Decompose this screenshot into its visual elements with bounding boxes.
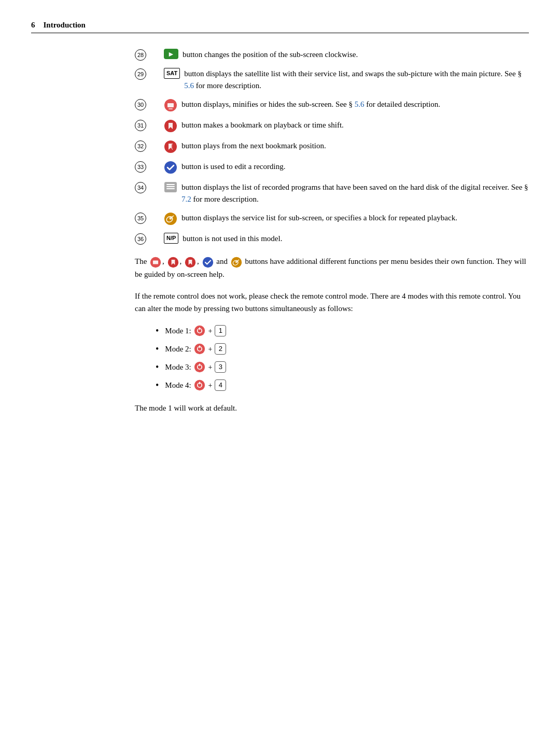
- bookmark-next-icon: [164, 140, 177, 153]
- bullet-dot: •: [156, 360, 159, 374]
- sat-icon: SAT: [164, 68, 180, 79]
- mode-num-2: 2: [215, 343, 226, 355]
- plus-sign-3: +: [208, 362, 212, 373]
- page-header: 6 Introduction: [31, 21, 529, 33]
- list-item: 30 button displays, minifies or hides th…: [135, 98, 529, 112]
- bookmark-icon: [164, 119, 177, 133]
- svg-rect-1: [167, 103, 174, 107]
- link-5-6b[interactable]: 5.6: [355, 100, 365, 108]
- link-5-6[interactable]: 5.6: [184, 81, 194, 90]
- power-icon-mode2: [194, 343, 205, 355]
- svg-point-15: [170, 217, 172, 220]
- bullet-dot: •: [156, 378, 159, 392]
- page-number: 6: [31, 21, 35, 30]
- svg-point-34: [194, 362, 205, 372]
- circled-num: 32: [135, 140, 146, 152]
- circled-num: 33: [135, 161, 146, 173]
- additional-functions-paragraph: The , , , and buttons have additional di…: [135, 255, 529, 280]
- next-icon: ►: [164, 49, 178, 59]
- circled-num: 34: [135, 182, 146, 193]
- plus-sign-1: +: [208, 326, 212, 336]
- inline-edit-icon: [202, 257, 214, 268]
- svg-rect-30: [200, 327, 201, 330]
- item-number-32: 32: [135, 140, 159, 152]
- service-icon: [164, 212, 177, 226]
- next-button-icon: ►: [164, 49, 178, 59]
- item-text-28: button changes the position of the sub-s…: [183, 49, 529, 61]
- mode-num-4: 4: [215, 379, 226, 391]
- item-text-30: button displays, minifies or hides the s…: [181, 98, 529, 110]
- edit-button-icon: [164, 161, 177, 174]
- subscreen-icon: [164, 98, 177, 112]
- list-item: 35 button displays the service list for …: [135, 212, 529, 226]
- item-text-29: button displays the satellite list with …: [184, 68, 529, 91]
- mode-list: • Mode 1: + 1 • Mode 2: + 2 • Mode 3:: [156, 324, 529, 392]
- item-text-36: button is not used in this model.: [183, 233, 529, 245]
- item-text-34: button displays the list of recorded pro…: [181, 181, 529, 205]
- mode-item-3: • Mode 3: + 3: [156, 360, 529, 374]
- inline-service-icon: [231, 257, 242, 268]
- circled-num: 29: [135, 68, 146, 80]
- bullet-dot: •: [156, 324, 159, 338]
- svg-point-26: [235, 261, 237, 263]
- svg-rect-12: [166, 188, 175, 189]
- mode-num-1: 1: [215, 325, 226, 336]
- inline-subscreen-icon: [150, 257, 161, 268]
- bullet-dot: •: [156, 342, 159, 356]
- item-number-35: 35: [135, 213, 159, 224]
- svg-rect-2: [169, 108, 173, 109]
- edit-icon: [164, 161, 177, 174]
- power-icon-mode1: [194, 325, 205, 336]
- inline-bookmark-next-icon: [185, 257, 196, 268]
- remote-control-text: If the remote control does not work, ple…: [135, 292, 521, 313]
- page: 6 Introduction 28 ► button changes the p…: [0, 0, 560, 455]
- item-number-29: 29: [135, 68, 159, 80]
- svg-rect-18: [153, 260, 158, 264]
- list-item: 34 button displays the list of recorded …: [135, 181, 529, 205]
- svg-rect-39: [200, 382, 201, 384]
- mode-item-2: • Mode 2: + 2: [156, 342, 529, 356]
- svg-point-28: [194, 326, 205, 336]
- default-mode-text: The mode 1 will work at default.: [135, 404, 237, 412]
- mode-label-2: Mode 2:: [165, 343, 193, 355]
- item-number-31: 31: [135, 120, 159, 131]
- item-number-28: 28: [135, 49, 159, 61]
- sat-button-icon: SAT: [164, 68, 180, 79]
- list-item: 29 SAT button displays the satellite lis…: [135, 68, 529, 91]
- bookmark-next-button-icon: [164, 140, 177, 153]
- svg-point-23: [202, 257, 213, 267]
- svg-point-31: [194, 344, 205, 354]
- page-title: Introduction: [44, 21, 86, 30]
- svg-rect-11: [166, 186, 175, 187]
- item-number-34: 34: [135, 182, 159, 193]
- subscreen-button-icon: [164, 98, 177, 112]
- default-mode-paragraph: The mode 1 will work at default.: [135, 402, 529, 414]
- circled-num: 36: [135, 233, 146, 245]
- list-item: 33 button is used to edit a recording.: [135, 161, 529, 174]
- list-item: 28 ► button changes the position of the …: [135, 49, 529, 61]
- svg-rect-10: [166, 184, 175, 185]
- circled-num: 30: [135, 99, 146, 110]
- item-text-31: button makes a bookmark on playback or t…: [181, 119, 529, 131]
- list-item: 31 button makes a bookmark on playback o…: [135, 119, 529, 133]
- main-content: 28 ► button changes the position of the …: [31, 49, 529, 414]
- list-button-icon: [164, 181, 177, 193]
- item-text-33: button is used to edit a recording.: [181, 161, 529, 173]
- power-icon-mode4: [194, 379, 205, 391]
- bookmark-button-icon: [164, 119, 177, 133]
- mode-label-3: Mode 3:: [165, 361, 193, 373]
- svg-point-37: [194, 380, 205, 390]
- link-7-2[interactable]: 7.2: [181, 195, 191, 203]
- inline-bookmark-icon: [167, 257, 179, 268]
- svg-rect-36: [200, 363, 201, 366]
- item-text-32: button plays from the next bookmark posi…: [181, 140, 529, 152]
- np-button-icon: N/P: [164, 233, 178, 244]
- svg-rect-33: [200, 345, 201, 348]
- circled-num: 35: [135, 213, 146, 224]
- item-number-33: 33: [135, 161, 159, 173]
- item-text-35: button displays the service list for sub…: [181, 212, 529, 224]
- service-button-icon: [164, 212, 177, 226]
- svg-point-8: [164, 161, 177, 174]
- mode-label-1: Mode 1:: [165, 325, 193, 337]
- list-icon: [164, 181, 177, 193]
